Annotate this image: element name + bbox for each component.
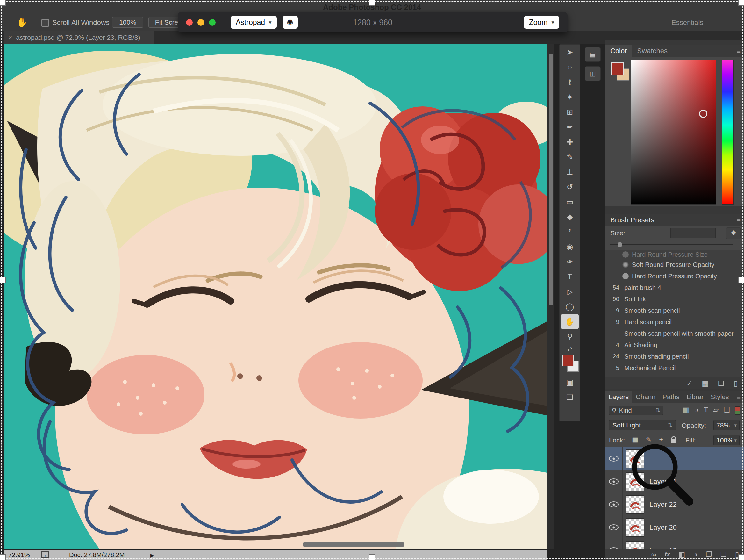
layer-thumbnail[interactable] [626,473,644,491]
tool-ellipse-shape[interactable]: ◯ [559,299,580,314]
lock-all-icon[interactable] [671,439,676,443]
filter-adjustment-icon[interactable]: ◑ [695,406,699,414]
tool-history-brush[interactable]: ↺ [559,179,580,194]
brush-preset-row[interactable]: 9Hard scan pencil [605,316,744,328]
selection-handle[interactable] [738,0,744,6]
swap-colors-icon[interactable]: ⇄ [567,344,572,353]
screen-mode-button[interactable]: ❏ [559,389,580,405]
foreground-color-swatch[interactable] [562,355,573,366]
tool-eyedropper[interactable]: ✒ [559,119,580,135]
close-tab-icon[interactable]: × [8,34,12,41]
visibility-toggle[interactable] [605,493,623,516]
panel-menu-icon[interactable]: ≡ [737,217,741,225]
visibility-toggle[interactable] [605,539,623,549]
tool-magic-wand[interactable]: ✶ [559,89,580,105]
new-brush-icon[interactable]: ❏ [718,379,724,388]
selection-handle[interactable] [738,554,744,560]
filter-type-icon[interactable]: T [704,406,708,414]
status-menu-arrow-icon[interactable]: ▶ [150,552,154,558]
brush-preset-row[interactable]: 90Soft Ink [605,293,744,305]
tab-libraries[interactable]: Librar [683,390,707,403]
brush-preset-row[interactable]: 4Air Shading [605,339,744,351]
tool-gradient[interactable]: ◆ [559,209,580,224]
tool-blur[interactable]: ❜ [559,224,580,239]
tool-zoom[interactable]: ⚲ [559,329,580,344]
brush-size-slider-knob[interactable] [618,242,622,247]
selection-handle[interactable] [369,554,375,560]
tab-swatches[interactable]: Swatches [632,45,673,57]
delete-brush-icon[interactable]: ▯ [734,379,738,388]
tool-clone-stamp[interactable]: ⊥ [559,164,580,179]
selection-handle[interactable] [369,0,375,6]
layer-row[interactable] [605,447,744,470]
zoom-mode-dropdown[interactable]: Zoom ▾ [524,16,559,29]
zoom-window-button[interactable] [209,19,216,26]
saturation-brightness-field[interactable] [631,60,716,204]
filter-shape-icon[interactable]: ▱ [713,406,718,414]
brush-size-input[interactable] [670,228,716,238]
tab-styles[interactable]: Styles [707,390,732,403]
horizontal-scrollbar-thumb[interactable] [303,542,405,547]
tool-elliptical-marquee[interactable]: ◌ [559,60,580,75]
tab-channels[interactable]: Chann [632,390,659,403]
current-color-swatch[interactable] [611,63,624,75]
brush-preset-row[interactable]: 9Smooth scan pencil [605,305,744,316]
brush-preset-row[interactable]: Hard Round Pressure Size [605,250,744,259]
texture-icon[interactable]: ▦ [702,379,708,388]
adjustment-layer-icon[interactable]: ◑ [693,551,698,559]
quick-mask-button[interactable]: ▣ [559,375,580,389]
brush-tip-button[interactable]: ❖ [726,227,741,239]
close-window-button[interactable] [186,19,193,26]
color-picker-cursor[interactable] [699,110,707,118]
lock-position-icon[interactable]: + [659,436,663,443]
visibility-toggle[interactable] [605,447,623,470]
tool-eraser[interactable]: ▭ [559,194,580,209]
selection-handle[interactable] [0,554,6,560]
tool-lasso[interactable]: ℓ [559,75,580,89]
dock-tile[interactable]: ◫ [585,66,601,81]
tool-dodge[interactable]: ◉ [559,239,580,254]
brush-preset-row[interactable]: Hard Round Pressure Opacity [605,270,744,282]
tool-pen[interactable]: ✑ [559,254,580,269]
export-icon[interactable]: ↑ [41,551,49,558]
layer-thumbnail[interactable] [626,495,644,514]
stroke-preview-icon[interactable]: ✓ [686,379,692,388]
minimize-window-button[interactable] [197,19,204,26]
brush-preset-row[interactable]: Soft Round Pressure Opacity [605,259,744,270]
lock-pixels-icon[interactable]: ✎ [646,436,652,443]
layer-row[interactable]: Layer 19 [605,539,744,549]
layer-thumbnail[interactable] [626,449,644,468]
document-tab[interactable]: ×astropad.psd @ 72.9% (Layer 23, RGB/8) [4,31,153,44]
selection-handle[interactable] [738,277,744,283]
tab-color[interactable]: Color [605,45,632,57]
vertical-scrollbar[interactable] [548,44,555,550]
tool-move[interactable]: ➤ [559,45,580,60]
brush-preset-row[interactable]: 24Smooth shading pencil [605,351,744,362]
tool-healing-brush[interactable]: ✚ [559,135,580,149]
blend-mode-dropdown[interactable]: Soft Light ⇅ [609,420,676,431]
zoom-readout[interactable]: 72.91% [8,551,30,559]
tab-paths[interactable]: Paths [659,390,683,403]
fill-input[interactable]: 100% ▾ [713,435,740,445]
doc-size-readout[interactable]: Doc: 27.8M/278.2M [69,551,125,559]
workspace-switcher[interactable]: Essentials [671,18,703,27]
zoom-100-button[interactable]: 100% [112,17,143,28]
layer-row[interactable]: Layer 22 [605,493,744,516]
layer-thumbnail[interactable] [626,541,644,549]
tab-layers[interactable]: Layers [605,390,632,403]
brush-preset-row[interactable]: 54paint brush 4 [605,282,744,293]
filter-smart-object-icon[interactable]: ❏ [723,406,730,414]
link-icon[interactable]: ∞ [651,551,657,559]
filter-kind-dropdown[interactable]: ⚲ Kind ⇅ [609,406,663,415]
filter-toggle-switch[interactable] [735,406,740,415]
layer-row[interactable]: Layer 21 [605,470,744,493]
vertical-scrollbar-thumb[interactable] [549,54,553,305]
scroll-all-windows-checkbox[interactable] [41,19,49,27]
tool-path-selection[interactable]: ▷ [559,284,580,299]
selection-handle[interactable] [0,0,6,6]
astropad-app-dropdown[interactable]: Astropad ▾ [231,16,277,29]
layer-row[interactable]: Layer 20 [605,516,744,539]
tool-type[interactable]: T [559,269,580,284]
layer-thumbnail[interactable] [626,518,644,537]
layer-mask-icon[interactable]: ◧ [678,551,685,559]
